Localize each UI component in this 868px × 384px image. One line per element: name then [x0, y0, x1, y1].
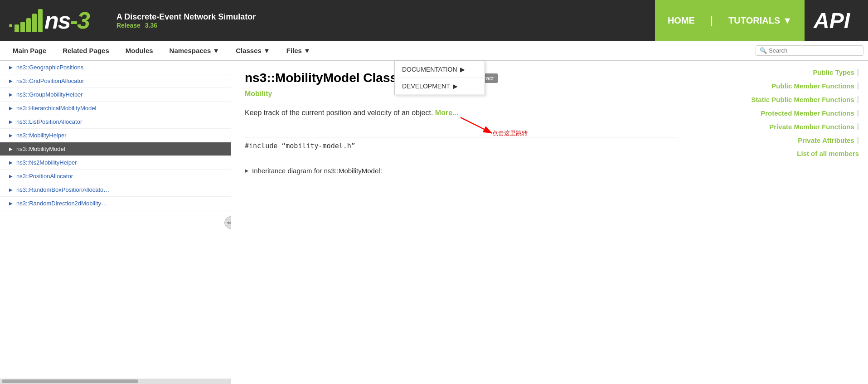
right-nav-public-types: Public Types | — [696, 65, 859, 79]
tutorials-arrow-icon: ▼ — [783, 15, 792, 26]
release-version: 3.36 — [145, 22, 157, 29]
sidebar-item-randombox[interactable]: ▶ ns3::RandomBoxPositionAllocato… — [0, 183, 231, 197]
search-input[interactable] — [769, 47, 859, 54]
api-text: API — [805, 0, 859, 41]
sidebar-item-mobilitymodel[interactable]: ▶ ns3::MobilityModel — [0, 142, 231, 156]
tri-icon: ▶ — [9, 106, 13, 111]
right-nav-private-member-functions: Private Member Functions | — [696, 120, 859, 133]
right-nav-private-attributes: Private Attributes | — [696, 133, 859, 147]
list-of-all-members-link[interactable]: List of all members — [797, 150, 859, 157]
dropdown-development[interactable]: DEVELOPMENT ▶ — [395, 78, 485, 95]
sidebar-collapse-button[interactable]: ⟺ — [224, 216, 231, 229]
tri-icon: ▶ — [9, 187, 13, 192]
main-area: ▶ ns3::GeographicPositions ▶ ns3::GridPo… — [0, 61, 868, 384]
tutorials-button[interactable]: TUTORIALS ▼ — [716, 0, 805, 41]
dropdown-dev-arrow-icon: ▶ — [453, 83, 458, 90]
pipe-icon: | — [857, 122, 859, 131]
logo-bar-4 — [32, 14, 37, 32]
search-box[interactable]: 🔍 — [756, 45, 863, 56]
public-types-link[interactable]: Public Types — [813, 68, 854, 76]
logo-text: ns-3 — [44, 7, 89, 34]
sidebar-item-positionallocator[interactable]: ▶ ns3::PositionAllocator — [0, 170, 231, 183]
logo-bar-5 — [38, 9, 43, 32]
files-arrow-icon: ▼ — [304, 47, 310, 54]
nav-divider: | — [708, 0, 716, 41]
static-public-member-functions-link[interactable]: Static Public Member Functions — [751, 96, 854, 103]
nav-modules[interactable]: Modules — [117, 42, 161, 59]
pipe-icon: | — [857, 95, 859, 103]
sidebar-item-geographic[interactable]: ▶ ns3::GeographicPositions — [0, 61, 231, 74]
description-text: Keep track of the current position and v… — [245, 107, 678, 119]
pipe-icon: | — [857, 136, 859, 144]
sidebar-item-gridposition[interactable]: ▶ ns3::GridPositionAllocator — [0, 74, 231, 88]
home-button[interactable]: HOME — [655, 0, 708, 41]
sidebar-scrollbar[interactable] — [0, 379, 231, 384]
nav-files[interactable]: Files ▼ — [278, 42, 319, 59]
right-nav-static-public-member-functions: Static Public Member Functions | — [696, 92, 859, 106]
public-member-functions-link[interactable]: Public Member Functions — [771, 82, 854, 90]
logo-bar-2 — [20, 22, 25, 32]
tri-icon: ▶ — [9, 133, 13, 138]
svg-line-0 — [461, 117, 492, 133]
pipe-icon: | — [857, 109, 859, 117]
tri-icon: ▶ — [9, 119, 13, 124]
right-nav: Public Types | Public Member Functions |… — [687, 61, 868, 384]
logo-area: ns-3 — [9, 7, 89, 34]
secondary-nav: Main Page Related Pages Modules Namespac… — [0, 41, 868, 61]
pipe-icon: | — [857, 82, 859, 90]
right-nav-list-of-all-members: List of all members — [696, 147, 859, 160]
chinese-annotation: 点击这里跳转 — [492, 129, 528, 138]
private-attributes-link[interactable]: Private Attributes — [798, 136, 854, 144]
more-link[interactable]: More... — [435, 109, 459, 117]
search-icon: 🔍 — [760, 47, 767, 54]
inheritance-expand-icon[interactable]: ▶ — [245, 168, 248, 174]
protected-member-functions-link[interactable]: Protected Member Functions — [761, 109, 854, 117]
pipe-icon: | — [857, 68, 859, 76]
nav-namespaces[interactable]: Namespaces ▼ — [161, 42, 228, 59]
sidebar-item-randomdir[interactable]: ▶ ns3::RandomDirection2dMobility… — [0, 197, 231, 210]
tri-icon: ▶ — [9, 78, 13, 83]
sidebar-item-hierarchical[interactable]: ▶ ns3::HierarchicalMobilityModel — [0, 102, 231, 115]
sidebar-scrollbar-thumb — [2, 379, 138, 383]
dropdown-documentation[interactable]: DOCUMENTATION ▶ — [395, 61, 485, 78]
tri-icon: ▶ — [9, 201, 13, 206]
nav-classes[interactable]: Classes ▼ — [228, 42, 278, 59]
logo-bars — [9, 9, 43, 32]
classes-arrow-icon: ▼ — [263, 47, 270, 54]
tri-icon: ▶ — [9, 146, 13, 151]
logo-dot — [9, 24, 12, 27]
sidebar-inner: ▶ ns3::GeographicPositions ▶ ns3::GridPo… — [0, 61, 231, 210]
sidebar-item-listposition[interactable]: ▶ ns3::ListPositionAllocator — [0, 115, 231, 129]
sidebar-item-mobilityhelper[interactable]: ▶ ns3::MobilityHelper — [0, 129, 231, 142]
sidebar-item-ns2mobility[interactable]: ▶ ns3::Ns2MobilityHelper — [0, 156, 231, 170]
nav-related-pages[interactable]: Related Pages — [54, 42, 117, 59]
header-subtitle: A Discrete-Event Network Simulator Relea… — [116, 12, 256, 29]
dropdown-menu: DOCUMENTATION ▶ DEVELOPMENT ▶ — [394, 61, 485, 95]
tri-icon: ▶ — [9, 174, 13, 179]
logo-bar-1 — [15, 24, 19, 32]
logo-bar-3 — [26, 18, 31, 32]
top-header: ns-3 A Discrete-Event Network Simulator … — [0, 0, 868, 41]
sidebar-item-groupmobility[interactable]: ▶ ns3::GroupMobilityHelper — [0, 88, 231, 102]
right-nav-protected-member-functions: Protected Member Functions | — [696, 106, 859, 120]
tri-icon: ▶ — [9, 92, 13, 97]
private-member-functions-link[interactable]: Private Member Functions — [769, 123, 854, 131]
header-nav: HOME | TUTORIALS ▼ API — [655, 0, 859, 41]
tri-icon: ▶ — [9, 160, 13, 165]
tri-icon: ▶ — [9, 65, 13, 70]
sidebar: ▶ ns3::GeographicPositions ▶ ns3::GridPo… — [0, 61, 231, 384]
inheritance-section: ▶ Inheritance diagram for ns3::MobilityM… — [245, 162, 678, 175]
header-title: A Discrete-Event Network Simulator — [116, 12, 256, 22]
right-nav-public-member-functions: Public Member Functions | — [696, 79, 859, 92]
content-area: ns3::MobilityModel Class Reference abstr… — [231, 61, 687, 384]
nav-main-page[interactable]: Main Page — [5, 42, 54, 59]
release-line: Release 3.36 — [116, 22, 256, 29]
namespaces-arrow-icon: ▼ — [213, 47, 219, 54]
dropdown-doc-arrow-icon: ▶ — [460, 66, 465, 73]
